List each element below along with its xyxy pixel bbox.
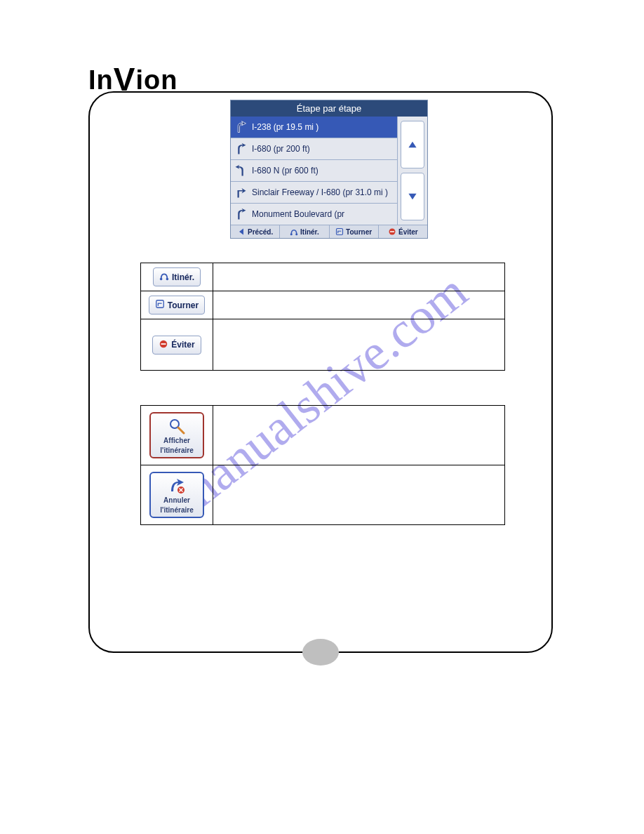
gps-step-label: Sinclair Freeway / I-680 (pr 31.0 mi )	[252, 187, 388, 197]
merge-right-icon	[234, 120, 248, 134]
gps-step-label: I-680 N (pr 600 ft)	[252, 166, 318, 176]
svg-rect-4	[390, 231, 394, 232]
desc-cell	[213, 465, 505, 525]
merge-right-icon	[234, 207, 248, 221]
gps-step-label: I-238 (pr 19.5 mi )	[252, 122, 318, 132]
button-cell: Itinér.	[141, 263, 213, 291]
buttons-table-2: Afficher l'itinéraire Annuler l'itinérai…	[140, 405, 505, 525]
desc-cell	[213, 291, 505, 319]
gps-step-label: I-680 (pr 200 ft)	[252, 144, 310, 154]
frame-bottom-dot	[302, 639, 339, 666]
gps-step-item[interactable]: I-680 N (pr 600 ft)	[231, 160, 397, 182]
desc-cell	[213, 319, 505, 371]
turn-right-icon	[234, 185, 248, 199]
merge-right-icon	[234, 142, 248, 156]
table-row: Itinér.	[141, 263, 505, 291]
magnifier-icon	[168, 418, 185, 435]
gps-body: I-238 (pr 19.5 mi ) I-680 (pr 200 ft) I-…	[231, 117, 427, 225]
gps-step-item[interactable]: Sinclair Freeway / I-680 (pr 31.0 mi )	[231, 182, 397, 204]
gps-route-button[interactable]: Itinér.	[280, 225, 329, 238]
svg-point-1	[295, 233, 297, 235]
avoid-icon	[388, 227, 396, 236]
cancel-route-button[interactable]: Annuler l'itinéraire	[149, 472, 204, 518]
button-cell: Afficher l'itinéraire	[141, 406, 213, 465]
turn-icon	[335, 227, 344, 236]
table-row: Éviter	[141, 319, 505, 371]
table-row: Tourner	[141, 291, 505, 319]
back-icon	[237, 227, 246, 236]
turn-small-button[interactable]: Tourner	[149, 296, 205, 315]
svg-point-6	[166, 278, 169, 281]
avoid-small-button[interactable]: Éviter	[152, 336, 201, 355]
gps-step-item[interactable]: Monument Boulevard (pr	[231, 204, 397, 225]
svg-rect-2	[337, 229, 343, 235]
turn-icon	[155, 299, 165, 311]
show-route-button[interactable]: Afficher l'itinéraire	[149, 412, 204, 458]
svg-rect-7	[156, 300, 164, 308]
button-cell: Annuler l'itinéraire	[141, 465, 213, 525]
button-cell: Éviter	[141, 319, 213, 371]
desc-cell	[213, 263, 505, 291]
cancel-route-icon	[168, 477, 185, 494]
buttons-table-1: Itinér. Tourner Éviter	[140, 263, 505, 371]
gps-screenshot: Étape par étape I-238 (pr 19.5 mi ) I-68…	[230, 100, 428, 239]
gps-avoid-button[interactable]: Éviter	[379, 225, 427, 238]
scroll-down-button[interactable]	[401, 173, 424, 220]
gps-step-item[interactable]: I-680 (pr 200 ft)	[231, 138, 397, 160]
table-row: Annuler l'itinéraire	[141, 465, 505, 525]
route-icon	[290, 227, 298, 236]
svg-rect-9	[161, 343, 166, 345]
avoid-icon	[159, 339, 168, 351]
gps-step-list: I-238 (pr 19.5 mi ) I-680 (pr 200 ft) I-…	[231, 117, 398, 225]
button-cell: Tourner	[141, 291, 213, 319]
gps-footer: Précéd. Itinér. Tourner Éviter	[231, 225, 427, 238]
gps-title: Étape par étape	[231, 100, 427, 117]
gps-scroll-column	[398, 117, 427, 225]
desc-cell	[213, 406, 505, 465]
scroll-up-button[interactable]	[401, 121, 424, 168]
bear-left-icon	[234, 164, 248, 178]
svg-point-0	[290, 233, 293, 235]
gps-back-button[interactable]: Précéd.	[231, 225, 280, 238]
route-icon	[159, 271, 169, 283]
route-small-button[interactable]: Itinér.	[153, 267, 201, 286]
page-frame: manualshive.com Étape par étape I-238 (p…	[88, 91, 553, 653]
table-row: Afficher l'itinéraire	[141, 406, 505, 465]
svg-point-5	[160, 278, 163, 281]
svg-line-11	[178, 428, 184, 433]
arrow-up-icon	[408, 140, 417, 150]
arrow-down-icon	[408, 192, 417, 201]
gps-step-label: Monument Boulevard (pr	[252, 209, 344, 219]
gps-turn-button[interactable]: Tourner	[330, 225, 379, 238]
gps-step-item[interactable]: I-238 (pr 19.5 mi )	[231, 117, 397, 138]
